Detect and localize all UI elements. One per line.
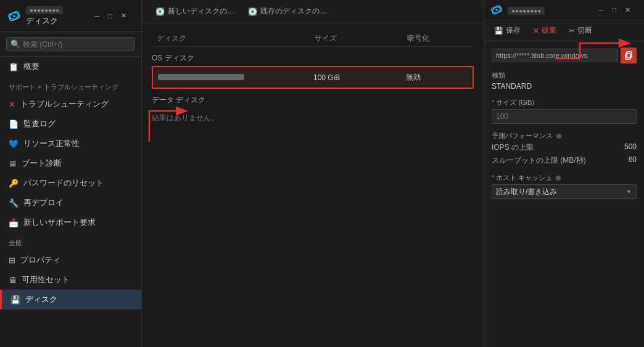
nav-item-boot-diag[interactable]: 🖥 ブート診断 bbox=[0, 153, 141, 173]
nav-section: 📋 概要 サポート + トラブルシューティング ✕ トラブルシューティング 📄 … bbox=[0, 57, 141, 347]
nav-item-overview[interactable]: 📋 概要 bbox=[0, 57, 141, 76]
copy-icon bbox=[624, 51, 633, 60]
host-cache-form-group: ホスト キャッシュ 読み取り/書き込み 読み取り専用 なし bbox=[492, 173, 637, 199]
nav-item-redeploy[interactable]: 🔧 再デプロイ bbox=[0, 193, 141, 213]
throughput-label: スループットの上限 (MB/秒) bbox=[492, 155, 586, 166]
host-cache-select-wrap: 読み取り/書き込み 読み取り専用 なし bbox=[492, 184, 637, 199]
host-cache-label: ホスト キャッシュ bbox=[492, 173, 637, 182]
cut-icon: ✂ bbox=[569, 27, 575, 35]
window-controls: ─ □ ✕ bbox=[88, 12, 134, 20]
discard-icon: ✕ bbox=[533, 27, 539, 35]
col-encryption: 暗号化 bbox=[407, 33, 469, 44]
discard-label: 破棄 bbox=[542, 25, 556, 36]
boot-diag-icon: 🖥 bbox=[9, 159, 17, 168]
overview-label: 概要 bbox=[23, 61, 39, 72]
host-cache-select[interactable]: 読み取り/書き込み 読み取り専用 なし bbox=[492, 184, 637, 199]
left-sidebar: ●●●●●●●● ディスク ─ □ ✕ 🔍 📋 概要 サポート bbox=[0, 0, 142, 347]
data-disk-section-label: データ ディスク bbox=[152, 95, 474, 105]
existing-disk-label: 既存のディスクの… bbox=[260, 6, 327, 17]
throughput-row: スループットの上限 (MB/秒) 60 bbox=[492, 155, 637, 166]
disk-nav-label: ディスク bbox=[25, 294, 57, 305]
new-disk-icon: 💽 bbox=[155, 7, 165, 16]
nav-item-availability[interactable]: 🖥 可用性セット bbox=[0, 270, 141, 290]
right-minimize-btn[interactable]: ─ bbox=[597, 6, 606, 14]
throughput-value: 60 bbox=[629, 155, 637, 166]
save-button[interactable]: 💾 保存 bbox=[489, 23, 526, 38]
size-input[interactable] bbox=[492, 109, 637, 124]
right-maximize-btn[interactable]: □ bbox=[609, 6, 619, 14]
info-dot-perf bbox=[556, 134, 561, 139]
nav-item-support-request[interactable]: 📩 新しいサポート要求 bbox=[0, 213, 141, 232]
troubleshoot-icon: ✕ bbox=[9, 100, 15, 109]
svg-point-5 bbox=[495, 9, 498, 11]
right-window-controls: ─ □ ✕ bbox=[592, 6, 638, 14]
main-content: 💽 新しいディスクの… 💽 既存のディスクの… ディスク サイズ 暗号化 OS … bbox=[142, 0, 484, 347]
discard-button[interactable]: ✕ 破棄 bbox=[528, 23, 561, 38]
overview-icon: 📋 bbox=[9, 62, 19, 71]
availability-label: 可用性セット bbox=[22, 274, 70, 285]
right-toolbar: 💾 保存 ✕ 破棄 ✂ 切断 bbox=[484, 20, 644, 41]
search-input-wrap[interactable]: 🔍 bbox=[6, 37, 135, 51]
nav-item-password-reset[interactable]: 🔑 パスワードのリセット bbox=[0, 173, 141, 193]
support-section-label: サポート + トラブルシューティング bbox=[0, 76, 141, 94]
nav-item-monitor-log[interactable]: 📄 監査ログ bbox=[0, 114, 141, 134]
properties-label: プロパティ bbox=[20, 255, 60, 266]
close-btn[interactable]: ✕ bbox=[118, 12, 129, 20]
save-icon: 💾 bbox=[494, 27, 503, 35]
perf-form-group: 予測パフォーマンス IOPS の上限 500 スループットの上限 (MB/秒) … bbox=[492, 131, 637, 166]
disk-size: 100 GiB bbox=[313, 73, 406, 82]
nav-item-resource-health[interactable]: 💙 リソース正常性 bbox=[0, 134, 141, 153]
cut-button[interactable]: ✂ 切断 bbox=[564, 23, 597, 38]
svg-rect-6 bbox=[625, 54, 630, 59]
iops-value: 500 bbox=[624, 142, 637, 153]
availability-icon: 🖥 bbox=[9, 276, 17, 285]
search-bar: 🔍 bbox=[0, 32, 141, 57]
monitor-log-icon: 📄 bbox=[9, 120, 19, 129]
redeploy-icon: 🔧 bbox=[9, 198, 19, 208]
url-input[interactable] bbox=[492, 49, 618, 62]
support-request-label: 新しいサポート要求 bbox=[23, 217, 96, 228]
save-label: 保存 bbox=[506, 25, 521, 36]
resource-health-label: リソース正常性 bbox=[23, 138, 80, 149]
disk-name-blurred bbox=[158, 73, 313, 82]
nav-item-troubleshoot[interactable]: ✕ トラブルシューティング bbox=[0, 94, 141, 114]
maximize-btn[interactable]: □ bbox=[105, 12, 115, 20]
disk-table-header: ディスク サイズ 暗号化 bbox=[152, 31, 474, 47]
new-disk-label: 新しいディスクの… bbox=[168, 6, 234, 17]
col-disk: ディスク bbox=[157, 33, 315, 44]
boot-diag-label: ブート診断 bbox=[22, 158, 62, 169]
url-input-wrap bbox=[492, 47, 637, 63]
iops-row: IOPS の上限 500 bbox=[492, 142, 637, 153]
page-title: ディスク bbox=[26, 15, 83, 27]
search-input[interactable] bbox=[23, 40, 131, 49]
new-disk-button[interactable]: 💽 新しいディスクの… bbox=[149, 4, 241, 19]
os-disk-section-label: OS ディスク bbox=[152, 53, 474, 63]
kind-form-group: 種類 STANDARD bbox=[492, 71, 637, 91]
os-disk-row[interactable]: 100 GiB 無効 bbox=[152, 66, 474, 89]
right-close-btn[interactable]: ✕ bbox=[622, 6, 633, 14]
svg-rect-7 bbox=[627, 52, 632, 57]
kind-label: 種類 bbox=[492, 71, 637, 80]
iops-label: IOPS の上限 bbox=[492, 142, 534, 153]
right-panel: ●●●●●●●● ─ □ ✕ 💾 保存 ✕ 破棄 ✂ 切断 bbox=[484, 0, 644, 347]
password-reset-icon: 🔑 bbox=[9, 179, 19, 188]
right-title-bar: ●●●●●●●● ─ □ ✕ bbox=[484, 0, 644, 20]
nav-item-properties[interactable]: ⊞ プロパティ bbox=[0, 250, 141, 270]
minimize-btn[interactable]: ─ bbox=[93, 12, 102, 20]
size-label: サイズ (GiB) bbox=[492, 98, 637, 107]
app-icon bbox=[7, 9, 21, 23]
url-form-group bbox=[492, 47, 637, 63]
info-dot-cache bbox=[556, 176, 561, 181]
redeploy-label: 再デプロイ bbox=[23, 197, 64, 208]
password-reset-label: パスワードのリセット bbox=[23, 178, 104, 189]
search-icon: 🔍 bbox=[10, 39, 20, 49]
disk-table-area: ディスク サイズ 暗号化 OS ディスク 100 GiB 無効 データ ディスク… bbox=[142, 23, 484, 347]
main-toolbar: 💽 新しいディスクの… 💽 既存のディスクの… bbox=[142, 0, 484, 23]
nav-item-disk[interactable]: 💾 ディスク bbox=[0, 290, 141, 309]
properties-icon: ⊞ bbox=[9, 256, 15, 265]
troubleshoot-label: トラブルシューティング bbox=[20, 99, 109, 110]
existing-disk-button[interactable]: 💽 既存のディスクの… bbox=[242, 4, 333, 19]
monitor-log-label: 監査ログ bbox=[23, 118, 56, 129]
general-section-label: 全般 bbox=[0, 232, 141, 250]
copy-url-button[interactable] bbox=[621, 47, 637, 63]
